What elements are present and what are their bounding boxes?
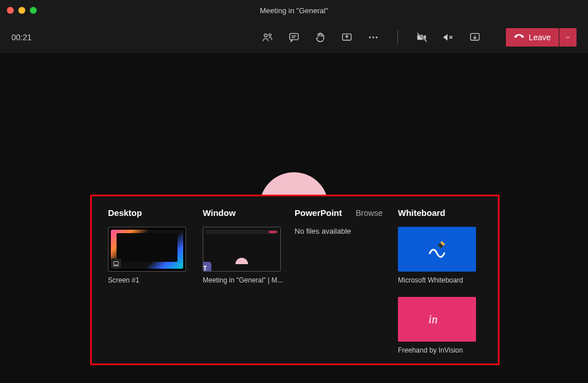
window-controls [7,7,37,14]
meeting-toolbar: 00:21 [0,21,588,54]
svg-rect-12 [114,262,118,265]
share-window-label: Meeting in "General" | M... [203,276,295,284]
svg-text:in: in [428,313,438,326]
share-header-powerpoint: PowerPoint Browse [295,208,398,218]
share-col-window: Window T Meeting in "General" | M... [203,208,295,354]
leave-control: Leave [506,28,577,47]
svg-point-8 [376,36,377,38]
window-title: Meeting in "General" [260,6,328,15]
close-window-button[interactable] [7,7,14,14]
svg-point-7 [372,36,374,38]
share-window-thumb[interactable]: T [203,227,281,272]
share-col-powerpoint: PowerPoint Browse No files available [295,208,398,354]
chevron-down-icon [564,34,571,41]
hangup-icon [514,32,524,42]
svg-point-6 [369,36,371,38]
maximize-window-button[interactable] [30,7,37,14]
screen-badge-icon [111,258,121,269]
whiteboard-ms-thumb[interactable] [398,227,476,272]
share-header-window: Window [203,208,295,218]
toolbar-actions: Leave [262,28,577,47]
svg-point-1 [269,33,271,36]
download-icon[interactable] [469,32,481,43]
whiteboard-invision-thumb[interactable]: in [398,297,476,342]
browse-link[interactable]: Browse [356,208,383,218]
share-header-whiteboard: Whiteboard [398,208,482,218]
camera-off-icon[interactable] [416,32,428,43]
whiteboard-ms-label: Microsoft Whiteboard [398,276,482,284]
whiteboard-invision-label: Freehand by InVision [398,346,482,354]
svg-rect-2 [289,33,298,40]
leave-button[interactable]: Leave [506,28,559,47]
meeting-timer: 00:21 [11,33,262,42]
invision-icon: in [425,308,448,331]
raise-hand-icon[interactable] [315,32,326,43]
share-screen-icon[interactable] [341,32,353,43]
share-desktop-thumb[interactable] [108,227,186,272]
more-actions-icon[interactable] [368,32,379,43]
participants-icon[interactable] [262,32,273,43]
leave-options-button[interactable] [559,28,577,47]
svg-point-0 [264,34,267,37]
mic-off-icon[interactable] [443,32,454,43]
share-desktop-label: Screen #1 [108,276,203,284]
chat-icon[interactable] [288,32,300,43]
share-col-desktop: Desktop Screen #1 [108,208,203,354]
share-header-desktop: Desktop [108,208,203,218]
teams-badge-icon: T [203,262,211,272]
leave-label: Leave [529,33,551,42]
share-col-whiteboard: Whiteboard Microsoft Whiteboard in Freeh… [398,208,482,354]
whiteboard-icon [427,239,447,259]
no-files-text: No files available [295,227,398,235]
share-content-panel: Desktop Screen #1 Window T Meeting in [90,195,500,365]
minimize-window-button[interactable] [18,7,25,14]
toolbar-separator [397,30,398,44]
titlebar: Meeting in "General" [0,0,588,21]
